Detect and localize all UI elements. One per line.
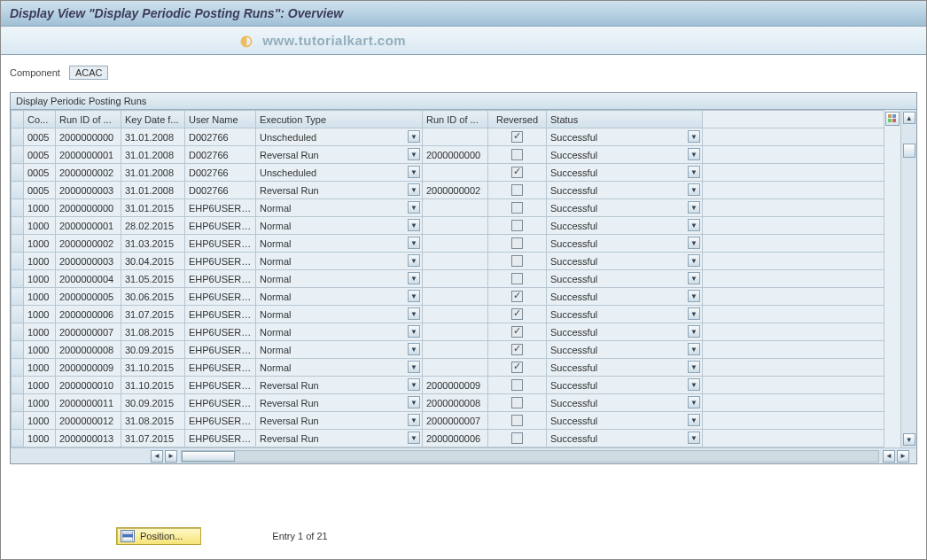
reversed-checkbox[interactable] bbox=[511, 202, 523, 214]
reversed-checkbox[interactable] bbox=[511, 397, 523, 408]
dropdown-icon[interactable]: ▼ bbox=[688, 325, 700, 338]
reversed-checkbox[interactable] bbox=[511, 273, 523, 284]
row-selector[interactable] bbox=[12, 412, 24, 430]
reversed-checkbox[interactable] bbox=[511, 167, 523, 178]
scroll-thumb[interactable] bbox=[903, 144, 915, 158]
scroll-track[interactable] bbox=[903, 124, 915, 433]
cell-exec-type[interactable]: Reversal Run▼ bbox=[256, 377, 423, 394]
cell-exec-type[interactable]: Normal▼ bbox=[256, 235, 423, 253]
vertical-scrollbar[interactable]: ▲ ▼ bbox=[900, 110, 916, 447]
table-row[interactable]: 1000200000000128.02.2015EHP6USER210Norma… bbox=[12, 217, 884, 235]
dropdown-icon[interactable]: ▼ bbox=[688, 396, 700, 408]
horizontal-scrollbar[interactable]: ◄ ► ◄ ► bbox=[11, 447, 916, 463]
table-row[interactable]: 1000200000000330.04.2015EHP6USER73Normal… bbox=[12, 253, 884, 270]
cell-exec-type[interactable]: Normal▼ bbox=[256, 199, 423, 217]
cell-exec-type[interactable]: Unscheduled▼ bbox=[256, 128, 423, 146]
header-select[interactable] bbox=[12, 111, 24, 128]
header-runid[interactable]: Run ID of ... bbox=[56, 111, 121, 128]
reversed-checkbox[interactable] bbox=[511, 362, 523, 373]
cell-reversed[interactable] bbox=[488, 270, 547, 288]
row-selector[interactable] bbox=[12, 182, 24, 199]
cell-status[interactable]: Successful▼ bbox=[547, 253, 703, 270]
row-selector[interactable] bbox=[12, 394, 24, 412]
header-user[interactable]: User Name bbox=[185, 111, 256, 128]
cell-exec-type[interactable]: Reversal Run▼ bbox=[256, 146, 423, 164]
cell-exec-type[interactable]: Normal▼ bbox=[256, 217, 423, 235]
cell-reversed[interactable] bbox=[488, 253, 547, 270]
dropdown-icon[interactable]: ▼ bbox=[688, 272, 700, 284]
table-row[interactable]: 0005200000000331.01.2008D002766Reversal … bbox=[12, 182, 884, 199]
dropdown-icon[interactable]: ▼ bbox=[688, 166, 700, 178]
cell-reversed[interactable] bbox=[488, 182, 547, 199]
reversed-checkbox[interactable] bbox=[511, 131, 523, 143]
reversed-checkbox[interactable] bbox=[511, 220, 523, 231]
reversed-checkbox[interactable] bbox=[511, 344, 523, 355]
scroll-down-button[interactable]: ▼ bbox=[903, 433, 915, 446]
hscroll-left-button[interactable]: ◄ bbox=[151, 450, 163, 463]
cell-exec-type[interactable]: Normal▼ bbox=[256, 323, 423, 341]
cell-reversed[interactable] bbox=[488, 430, 547, 447]
hscroll-left2-button[interactable]: ◄ bbox=[883, 450, 895, 463]
dropdown-icon[interactable]: ▼ bbox=[408, 201, 420, 214]
row-selector[interactable] bbox=[12, 235, 24, 253]
reversed-checkbox[interactable] bbox=[511, 308, 523, 320]
scroll-up-button[interactable]: ▲ bbox=[903, 112, 915, 124]
reversed-checkbox[interactable] bbox=[511, 255, 523, 267]
row-selector[interactable] bbox=[12, 270, 24, 288]
dropdown-icon[interactable]: ▼ bbox=[408, 396, 420, 408]
dropdown-icon[interactable]: ▼ bbox=[688, 414, 700, 426]
dropdown-icon[interactable]: ▼ bbox=[688, 201, 700, 214]
row-selector[interactable] bbox=[12, 377, 24, 394]
header-status[interactable]: Status bbox=[547, 111, 703, 128]
row-selector[interactable] bbox=[12, 306, 24, 323]
header-reversed[interactable]: Reversed bbox=[488, 111, 547, 128]
data-grid[interactable]: Co... Run ID of ... Key Date f... User N… bbox=[11, 110, 884, 447]
cell-exec-type[interactable]: Reversal Run▼ bbox=[256, 182, 423, 199]
cell-status[interactable]: Successful▼ bbox=[547, 128, 703, 146]
cell-exec-type[interactable]: Normal▼ bbox=[256, 306, 423, 323]
row-selector[interactable] bbox=[12, 341, 24, 359]
dropdown-icon[interactable]: ▼ bbox=[408, 183, 420, 196]
cell-exec-type[interactable]: Reversal Run▼ bbox=[256, 412, 423, 430]
reversed-checkbox[interactable] bbox=[511, 415, 523, 426]
table-row[interactable]: 1000200000000431.05.2015EHP6USER73Normal… bbox=[12, 270, 884, 288]
table-row[interactable]: 1000200000000631.07.2015EHP6USER73Normal… bbox=[12, 306, 884, 323]
cell-exec-type[interactable]: Reversal Run▼ bbox=[256, 394, 423, 412]
cell-reversed[interactable] bbox=[488, 323, 547, 341]
dropdown-icon[interactable]: ▼ bbox=[408, 254, 420, 267]
dropdown-icon[interactable]: ▼ bbox=[408, 361, 420, 373]
cell-reversed[interactable] bbox=[488, 288, 547, 306]
row-selector[interactable] bbox=[12, 199, 24, 217]
cell-reversed[interactable] bbox=[488, 217, 547, 235]
dropdown-icon[interactable]: ▼ bbox=[408, 378, 420, 391]
cell-status[interactable]: Successful▼ bbox=[547, 377, 703, 394]
hscroll-thumb[interactable] bbox=[182, 451, 235, 462]
cell-reversed[interactable] bbox=[488, 235, 547, 253]
row-selector[interactable] bbox=[12, 146, 24, 164]
cell-reversed[interactable] bbox=[488, 377, 547, 394]
cell-reversed[interactable] bbox=[488, 394, 547, 412]
dropdown-icon[interactable]: ▼ bbox=[408, 325, 420, 338]
row-selector[interactable] bbox=[12, 430, 24, 447]
reversed-checkbox[interactable] bbox=[511, 326, 523, 338]
cell-reversed[interactable] bbox=[488, 412, 547, 430]
cell-status[interactable]: Successful▼ bbox=[547, 270, 703, 288]
row-selector[interactable] bbox=[12, 288, 24, 306]
row-selector[interactable] bbox=[12, 323, 24, 341]
table-settings-button[interactable] bbox=[885, 112, 900, 126]
cell-reversed[interactable] bbox=[488, 359, 547, 377]
dropdown-icon[interactable]: ▼ bbox=[688, 183, 700, 196]
hscroll-right-button[interactable]: ► bbox=[165, 450, 177, 463]
reversed-checkbox[interactable] bbox=[511, 291, 523, 302]
cell-status[interactable]: Successful▼ bbox=[547, 146, 703, 164]
dropdown-icon[interactable]: ▼ bbox=[688, 307, 700, 320]
dropdown-icon[interactable]: ▼ bbox=[688, 290, 700, 302]
dropdown-icon[interactable]: ▼ bbox=[408, 166, 420, 178]
cell-exec-type[interactable]: Normal▼ bbox=[256, 359, 423, 377]
dropdown-icon[interactable]: ▼ bbox=[688, 378, 700, 391]
table-row[interactable]: 0005200000000131.01.2008D002766Reversal … bbox=[12, 146, 884, 164]
table-row[interactable]: 1000200000000530.06.2015EHP6USER73Normal… bbox=[12, 288, 884, 306]
cell-reversed[interactable] bbox=[488, 199, 547, 217]
cell-status[interactable]: Successful▼ bbox=[547, 359, 703, 377]
reversed-checkbox[interactable] bbox=[511, 184, 523, 196]
